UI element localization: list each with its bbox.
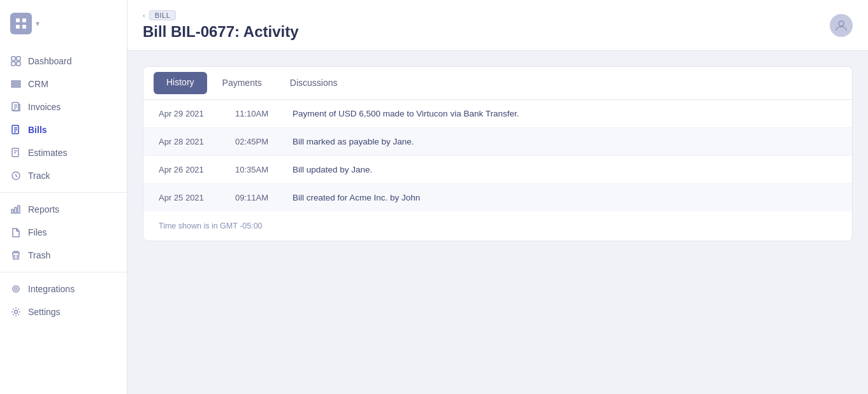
sidebar-item-settings[interactable]: Settings <box>0 300 127 323</box>
sidebar-item-label: Settings <box>28 307 61 317</box>
activity-description: Payment of USD 6,500 made to Virtucon vi… <box>293 109 837 118</box>
sidebar-item-invoices[interactable]: Invoices <box>0 95 127 118</box>
sidebar-item-label: Integrations <box>28 284 75 294</box>
files-icon <box>10 227 22 238</box>
activity-description: Bill marked as payable by Jane. <box>293 137 837 146</box>
track-icon <box>10 170 22 181</box>
settings-icon <box>10 306 22 318</box>
content-area: History Payments Discussions Apr 29 2021… <box>127 51 868 394</box>
svg-rect-1 <box>22 18 26 22</box>
activity-card: History Payments Discussions Apr 29 2021… <box>143 66 853 241</box>
estimates-icon <box>10 147 22 158</box>
nav-divider-2 <box>0 272 127 272</box>
reports-icon <box>10 204 22 215</box>
activity-time: 02:45PM <box>235 137 293 146</box>
sidebar-item-dashboard[interactable]: Dashboard <box>0 50 127 73</box>
svg-rect-0 <box>16 18 20 22</box>
activity-date: Apr 25 2021 <box>159 193 235 202</box>
breadcrumb-label: BILL <box>149 10 177 20</box>
activity-row: Apr 28 2021 02:45PM Bill marked as payab… <box>143 128 852 156</box>
svg-rect-10 <box>11 86 20 87</box>
logo-icon <box>10 13 32 34</box>
svg-rect-6 <box>11 62 15 66</box>
activity-row: Apr 25 2021 09:11AM Bill created for Acm… <box>143 184 852 211</box>
invoices-icon <box>10 101 22 113</box>
timezone-note: Time shown is in GMT -05:00 <box>143 211 852 241</box>
sidebar-item-track[interactable]: Track <box>0 164 127 187</box>
svg-rect-8 <box>11 81 20 82</box>
sidebar-item-label: Estimates <box>28 148 67 158</box>
activity-row: Apr 26 2021 10:35AM Bill updated by Jane… <box>143 156 852 184</box>
sidebar-item-estimates[interactable]: Estimates <box>0 141 127 164</box>
sidebar-item-label: CRM <box>28 79 48 89</box>
sidebar-item-label: Trash <box>28 250 50 260</box>
sidebar-item-trash[interactable]: Trash <box>0 244 127 267</box>
sidebar-item-label: Files <box>28 227 47 237</box>
bills-icon <box>10 124 22 136</box>
tabs-bar: History Payments Discussions <box>143 67 852 100</box>
activity-table: Apr 29 2021 11:10AM Payment of USD 6,500… <box>143 100 852 211</box>
svg-rect-9 <box>11 83 20 85</box>
breadcrumb-chevron-icon: ‹ <box>143 11 145 19</box>
dashboard-icon <box>10 55 22 67</box>
activity-description: Bill updated by Jane. <box>293 165 837 174</box>
sidebar-item-bills[interactable]: Bills <box>0 118 127 141</box>
sidebar-item-integrations[interactable]: Integrations <box>0 278 127 300</box>
sidebar-item-crm[interactable]: CRM <box>0 73 127 95</box>
sidebar-item-reports[interactable]: Reports <box>0 198 127 221</box>
sidebar-item-label: Reports <box>28 204 59 215</box>
activity-time: 11:10AM <box>235 109 293 118</box>
tab-discussions[interactable]: Discussions <box>277 67 351 100</box>
nav-section-main: Dashboard CRM Invoices <box>0 47 127 326</box>
activity-date: Apr 28 2021 <box>159 137 235 146</box>
tab-payments[interactable]: Payments <box>210 67 275 100</box>
svg-point-19 <box>15 288 17 290</box>
activity-date: Apr 29 2021 <box>159 109 235 118</box>
sidebar: ▾ Dashboard CRM <box>0 0 127 394</box>
logo-chevron: ▾ <box>36 19 40 28</box>
sidebar-item-label: Track <box>28 171 50 181</box>
svg-rect-5 <box>17 57 20 60</box>
svg-point-20 <box>15 311 18 314</box>
crm-icon <box>10 78 22 90</box>
app-logo[interactable]: ▾ <box>0 6 127 47</box>
trash-icon <box>10 250 22 261</box>
svg-rect-15 <box>11 209 13 213</box>
header-right <box>830 14 853 37</box>
sidebar-item-files[interactable]: Files <box>0 221 127 244</box>
svg-rect-7 <box>17 62 20 66</box>
svg-rect-2 <box>16 25 20 29</box>
svg-rect-3 <box>22 25 26 29</box>
activity-row: Apr 29 2021 11:10AM Payment of USD 6,500… <box>143 100 852 128</box>
tab-history[interactable]: History <box>154 72 207 94</box>
sidebar-item-label: Bills <box>28 125 47 135</box>
activity-time: 10:35AM <box>235 165 293 174</box>
svg-point-21 <box>839 21 844 26</box>
nav-divider <box>0 192 127 193</box>
activity-description: Bill created for Acme Inc. by John <box>293 193 837 202</box>
main-area: ‹ BILL Bill BIL-0677: Activity History P… <box>127 0 868 394</box>
svg-rect-4 <box>11 57 15 60</box>
activity-time: 09:11AM <box>235 193 293 202</box>
header-left: ‹ BILL Bill BIL-0677: Activity <box>143 10 299 41</box>
sidebar-item-label: Dashboard <box>28 56 72 66</box>
breadcrumb: ‹ BILL <box>143 10 299 20</box>
sidebar-item-label: Invoices <box>28 102 61 112</box>
svg-rect-17 <box>18 206 20 213</box>
activity-date: Apr 26 2021 <box>159 165 235 174</box>
svg-rect-16 <box>15 208 17 213</box>
integrations-icon <box>10 283 22 295</box>
header: ‹ BILL Bill BIL-0677: Activity <box>127 0 868 51</box>
svg-point-18 <box>13 286 19 292</box>
page-title: Bill BIL-0677: Activity <box>143 23 299 41</box>
user-avatar[interactable] <box>830 14 853 37</box>
